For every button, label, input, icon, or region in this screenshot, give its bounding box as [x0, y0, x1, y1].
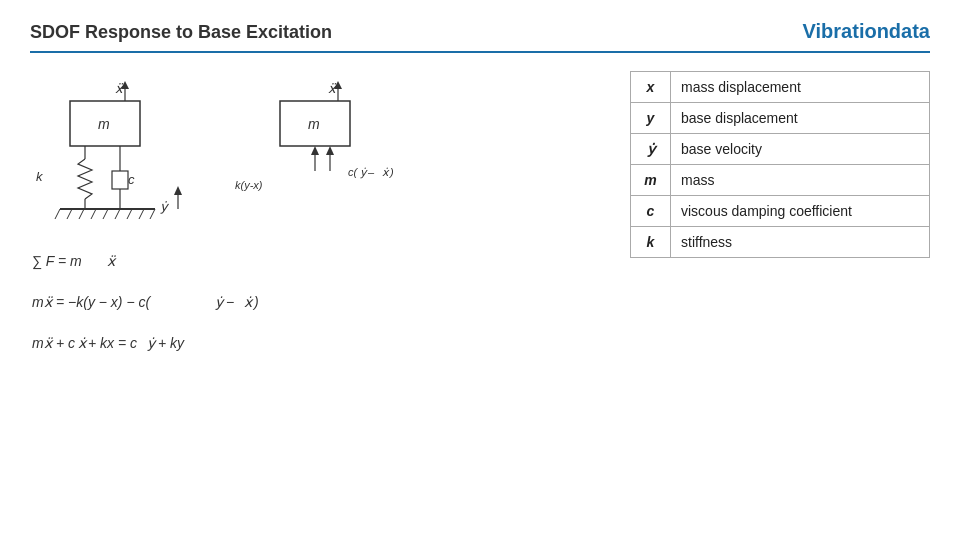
symbol-cell: x — [631, 72, 671, 103]
table-row: x mass displacement — [631, 72, 930, 103]
svg-text:m: m — [98, 116, 110, 132]
symbol-cell: y — [631, 103, 671, 134]
table-row: m mass — [631, 165, 930, 196]
svg-text:+ ky: + ky — [158, 335, 185, 351]
svg-text:c(: c( — [348, 166, 359, 178]
svg-text:): ) — [252, 294, 259, 310]
brand-title: Vibrationdata — [803, 20, 930, 43]
svg-line-19 — [127, 209, 132, 219]
svg-text:ẏ: ẏ — [215, 294, 225, 310]
description-cell: base velocity — [671, 134, 930, 165]
symbol-cell: ẏ — [631, 134, 671, 165]
table-row: ẏ base velocity — [631, 134, 930, 165]
header: SDOF Response to Base Excitation Vibrati… — [30, 20, 930, 53]
svg-rect-9 — [112, 171, 128, 189]
svg-line-14 — [67, 209, 72, 219]
svg-text:ẏ: ẏ — [160, 199, 170, 214]
svg-marker-24 — [174, 186, 182, 195]
svg-line-21 — [150, 209, 155, 219]
svg-text:+ c: + c — [56, 335, 75, 351]
svg-text:c: c — [128, 172, 135, 187]
svg-text:ẍ: ẍ — [44, 294, 54, 310]
table-row: y base displacement — [631, 103, 930, 134]
diagram-area: m ẍ k — [30, 71, 610, 226]
svg-text:m: m — [32, 335, 44, 351]
svg-text:k: k — [36, 169, 44, 184]
svg-text:m: m — [308, 116, 320, 132]
svg-text:–: – — [367, 166, 375, 178]
svg-text:ẋ: ẋ — [78, 335, 88, 351]
svg-text:ẏ: ẏ — [360, 166, 368, 179]
svg-text:+ kx = c: + kx = c — [88, 335, 137, 351]
svg-line-18 — [115, 209, 120, 219]
svg-text:ẏ: ẏ — [147, 335, 157, 351]
table-row: c viscous damping coefficient — [631, 196, 930, 227]
svg-marker-33 — [326, 146, 334, 155]
svg-line-17 — [103, 209, 108, 219]
table-row: k stiffness — [631, 227, 930, 258]
description-cell: mass displacement — [671, 72, 930, 103]
svg-line-20 — [139, 209, 144, 219]
page: SDOF Response to Base Excitation Vibrati… — [0, 0, 960, 540]
svg-text:∑ F = m: ∑ F = m — [32, 253, 82, 270]
equation-3: m ẍ + c ẋ + kx = c ẏ + ky — [30, 328, 610, 359]
equation-1: ∑ F = m ẍ — [30, 246, 610, 277]
svg-text:ẋ: ẋ — [382, 166, 390, 178]
svg-text:−: − — [226, 294, 234, 310]
svg-line-16 — [91, 209, 96, 219]
diagram-1: m ẍ k — [30, 71, 220, 226]
description-cell: mass — [671, 165, 930, 196]
main-content: m ẍ k — [30, 71, 930, 369]
symbol-table: x mass displacement y base displacement … — [630, 71, 930, 258]
svg-text:ẍ: ẍ — [107, 253, 117, 269]
symbol-cell: m — [631, 165, 671, 196]
description-cell: viscous damping coefficient — [671, 196, 930, 227]
svg-text:= −k(y − x) − c(: = −k(y − x) − c( — [56, 294, 151, 310]
svg-line-13 — [55, 209, 60, 219]
description-cell: base displacement — [671, 103, 930, 134]
equations-block: ∑ F = m ẍ m ẍ = −k(y − x) − c( ẏ − ẋ ) — [30, 246, 610, 359]
diagram-2: m ẍ k(y-x) c( ẏ — [230, 71, 440, 226]
right-panel: x mass displacement y base displacement … — [630, 71, 930, 369]
svg-text:ẍ: ẍ — [44, 335, 54, 351]
svg-text:m: m — [32, 294, 44, 310]
equation-2: m ẍ = −k(y − x) − c( ẏ − ẋ ) — [30, 287, 610, 318]
symbol-cell: k — [631, 227, 671, 258]
svg-text:k(y-x): k(y-x) — [235, 179, 263, 191]
left-panel: m ẍ k — [30, 71, 610, 369]
svg-marker-31 — [311, 146, 319, 155]
description-cell: stiffness — [671, 227, 930, 258]
svg-line-15 — [79, 209, 84, 219]
page-title: SDOF Response to Base Excitation — [30, 22, 332, 43]
svg-text:ẋ: ẋ — [244, 294, 254, 310]
symbol-cell: c — [631, 196, 671, 227]
